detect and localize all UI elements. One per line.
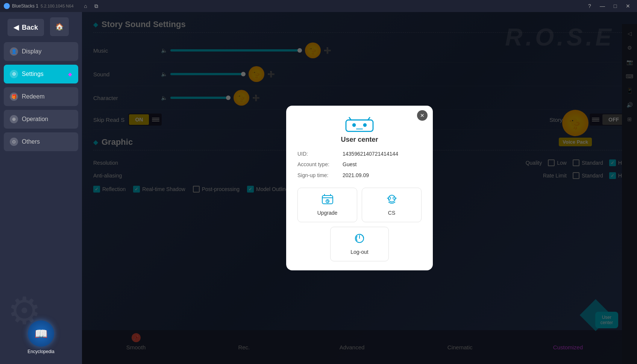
sidebar: ◀ Back 🏠 👤 Display ⚙ Settings ◆ 🎁 Redeem… [0, 12, 82, 364]
maximize-button[interactable]: □ [609, 0, 621, 12]
bilibili-logo [344, 117, 375, 133]
sidebar-item-display[interactable]: 👤 Display [4, 42, 78, 61]
user-center-modal: ✕ [286, 106, 433, 270]
sidebar-item-redeem[interactable]: 🎁 Redeem [4, 87, 78, 106]
settings-diamond-icon: ◆ [68, 71, 72, 77]
home-button[interactable]: 🏠 [50, 17, 69, 36]
display-label: Display [22, 48, 41, 55]
modal-action-buttons: Upgrade [297, 188, 422, 222]
encyclopedia-label: Encyclopedia [27, 349, 54, 354]
upgrade-icon [322, 194, 334, 207]
uid-label: UID: [297, 150, 343, 158]
account-value: Guest [343, 160, 356, 168]
minimize-button[interactable]: — [596, 0, 608, 12]
operation-icon: ⊕ [10, 115, 18, 123]
logout-button[interactable]: Log-out [330, 227, 388, 261]
cs-button[interactable]: CS [362, 188, 422, 222]
window-nav-icon[interactable]: ⧉ [92, 2, 101, 11]
settings-icon: ⚙ [10, 70, 18, 78]
modal-close-button[interactable]: ✕ [417, 110, 428, 121]
back-button[interactable]: ◀ Back [8, 19, 44, 36]
uid-row: UID: 1435962140721414144 [297, 150, 422, 158]
signup-value: 2021.09.09 [343, 171, 369, 179]
signup-row: Sign-up time: 2021.09.09 [297, 171, 422, 179]
redeem-label: Redeem [22, 93, 44, 100]
home-nav-icon[interactable]: ⌂ [81, 2, 90, 11]
gear-decorative: ⚙ [8, 289, 53, 334]
title-nav: ⌂ ⧉ [77, 2, 105, 11]
logout-label: Log-out [350, 249, 368, 255]
modal-info: UID: 1435962140721414144 Account type: G… [297, 150, 422, 182]
upgrade-button[interactable]: Upgrade [297, 188, 357, 222]
logout-icon [354, 233, 365, 246]
title-bar: BlueStacks 1 5.2.100.1045 N64 ⌂ ⧉ ? — □ … [0, 0, 637, 12]
redeem-icon: 🎁 [10, 93, 18, 101]
sidebar-item-operation[interactable]: ⊕ Operation [4, 110, 78, 129]
sidebar-item-others[interactable]: ⊙ Others [4, 132, 78, 151]
modal-overlay[interactable]: ✕ [82, 12, 637, 364]
back-label: Back [22, 24, 38, 32]
svg-point-4 [363, 123, 367, 127]
close-button[interactable]: ✕ [622, 0, 634, 12]
modal-title: User center [341, 136, 378, 144]
cs-label: CS [388, 210, 395, 216]
svg-rect-0 [346, 120, 373, 131]
uid-value: 1435962140721414144 [343, 150, 398, 158]
display-icon: 👤 [10, 47, 18, 56]
account-row: Account type: Guest [297, 160, 422, 168]
back-arrow-icon: ◀ [14, 23, 19, 32]
others-label: Others [22, 138, 40, 145]
help-icon[interactable]: ? [584, 0, 596, 12]
app-logo: BlueStacks 1 5.2.100.1045 N64 [0, 3, 77, 9]
cs-icon [386, 194, 398, 207]
operation-label: Operation [22, 116, 48, 123]
upgrade-label: Upgrade [317, 210, 338, 216]
svg-line-12 [328, 201, 329, 202]
account-label: Account type: [297, 160, 343, 168]
content-area: R.o.S.E ◆ Story Sound Settings Music 🔈 [82, 12, 637, 364]
bluestacks-icon [4, 3, 10, 9]
settings-label: Settings [22, 71, 44, 77]
signup-label: Sign-up time: [297, 171, 343, 179]
app-title: BlueStacks 1 [12, 3, 38, 9]
svg-point-13 [388, 195, 395, 202]
app-version: 5.2.100.1045 N64 [41, 4, 73, 8]
others-icon: ⊙ [10, 138, 18, 146]
window-controls: ? — □ ✕ [584, 0, 637, 12]
modal-close-icon: ✕ [420, 112, 425, 118]
sidebar-item-settings[interactable]: ⚙ Settings ◆ [4, 65, 78, 83]
main-container: ◀ Back 🏠 👤 Display ⚙ Settings ◆ 🎁 Redeem… [0, 12, 637, 364]
top-nav: ◀ Back 🏠 [0, 16, 82, 39]
svg-point-3 [352, 123, 356, 127]
